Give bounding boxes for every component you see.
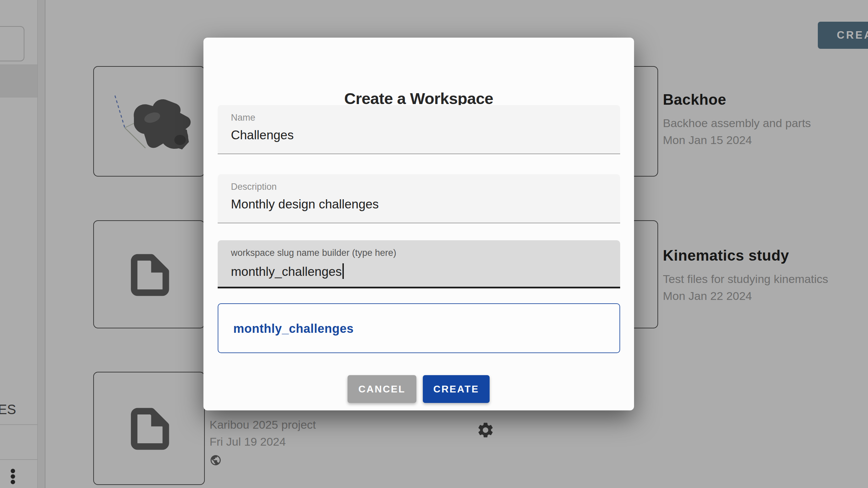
text-cursor — [342, 263, 344, 279]
cancel-button[interactable]: CANCEL — [348, 375, 416, 403]
slug-input-label: workspace slug name builder (type here) — [231, 248, 396, 258]
slug-input-value: monthly_challenges — [231, 263, 344, 279]
name-input-label: Name — [231, 113, 255, 123]
slug-preview-box: monthly_challenges — [218, 303, 620, 353]
create-workspace-dialog: Create a Workspace Name Challenges Descr… — [203, 38, 634, 410]
name-input-value: Challenges — [231, 128, 294, 142]
screen: ES — [0, 0, 868, 488]
description-input-label: Description — [231, 182, 277, 192]
name-input[interactable]: Name Challenges — [218, 105, 620, 154]
slug-input[interactable]: workspace slug name builder (type here) … — [218, 240, 620, 288]
description-input-value: Monthly design challenges — [231, 197, 379, 211]
description-input[interactable]: Description Monthly design challenges — [218, 174, 620, 223]
slug-preview-text: monthly_challenges — [233, 322, 354, 336]
create-button[interactable]: CREATE — [423, 375, 490, 403]
